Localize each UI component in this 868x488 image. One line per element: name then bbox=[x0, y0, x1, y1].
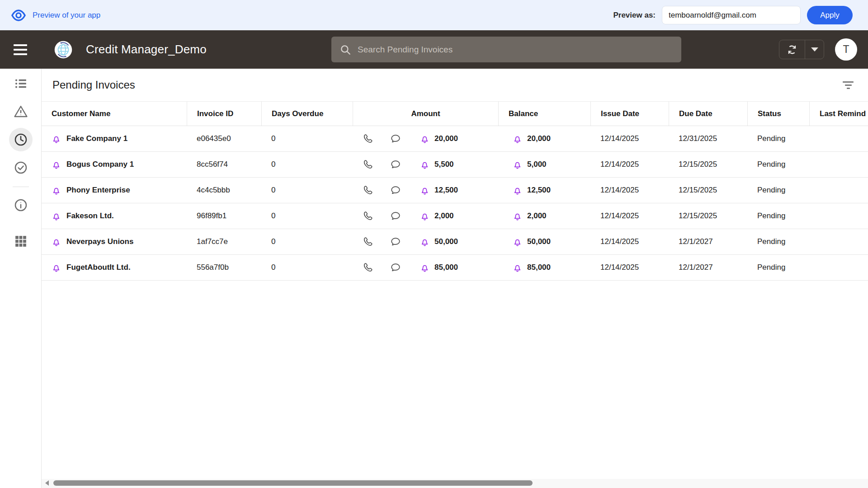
col-header-last-reminded[interactable]: Last Remind bbox=[809, 102, 868, 126]
bell-icon[interactable] bbox=[420, 263, 430, 273]
chat-icon[interactable] bbox=[390, 159, 401, 170]
phone-icon[interactable] bbox=[363, 133, 373, 144]
due-date: 12/15/2025 bbox=[669, 152, 747, 177]
bell-icon[interactable] bbox=[51, 185, 61, 196]
horizontal-scrollbar[interactable] bbox=[42, 479, 868, 488]
bell-icon[interactable] bbox=[420, 160, 430, 170]
bell-icon[interactable] bbox=[512, 134, 523, 144]
amount-cell: 5,500 bbox=[353, 152, 498, 177]
sidebar-item-apps[interactable] bbox=[9, 230, 33, 253]
info-circle-icon bbox=[14, 198, 28, 212]
table-header-row: Customer Name Invoice ID Days Overdue Am… bbox=[42, 101, 868, 126]
avatar[interactable]: T bbox=[835, 38, 857, 61]
status-value: Pending bbox=[747, 203, 809, 229]
search-bar[interactable] bbox=[331, 37, 681, 62]
table-row[interactable]: Fake Company 1 e06435e0 0 20,000 bbox=[42, 126, 868, 152]
phone-icon[interactable] bbox=[363, 262, 373, 273]
col-header-invoice-id[interactable]: Invoice ID bbox=[187, 102, 261, 126]
balance-value: 50,000 bbox=[527, 237, 551, 246]
bell-icon[interactable] bbox=[420, 211, 430, 221]
search-icon bbox=[340, 44, 351, 56]
col-header-days-overdue[interactable]: Days Overdue bbox=[261, 102, 353, 126]
bell-icon[interactable] bbox=[512, 263, 523, 273]
bell-icon[interactable] bbox=[51, 160, 61, 170]
phone-icon[interactable] bbox=[363, 185, 373, 196]
phone-icon[interactable] bbox=[363, 159, 373, 170]
chat-icon[interactable] bbox=[390, 211, 401, 221]
scrollbar-thumb[interactable] bbox=[53, 480, 533, 486]
col-header-amount[interactable]: Amount bbox=[353, 102, 498, 126]
table-row[interactable]: Bogus Company 1 8cc56f74 0 5,500 bbox=[42, 152, 868, 178]
customer-name: Fake Company 1 bbox=[66, 134, 127, 143]
chat-icon[interactable] bbox=[390, 262, 401, 273]
balance-cell: 12,500 bbox=[498, 178, 590, 203]
phone-icon[interactable] bbox=[363, 211, 373, 221]
table-row[interactable]: FugetAboutIt Ltd. 556a7f0b 0 85,000 bbox=[42, 255, 868, 281]
chat-icon[interactable] bbox=[390, 236, 401, 247]
main-content: Pending Invoices Customer Name Invoice I… bbox=[42, 69, 868, 488]
col-header-balance[interactable]: Balance bbox=[498, 102, 590, 126]
search-input[interactable] bbox=[358, 45, 673, 55]
sidebar-item-pending[interactable] bbox=[9, 128, 33, 151]
scroll-left-arrow-icon[interactable] bbox=[45, 480, 49, 486]
clock-icon bbox=[14, 132, 28, 147]
bell-icon[interactable] bbox=[51, 134, 61, 144]
preview-email-input[interactable] bbox=[662, 6, 801, 24]
days-overdue: 0 bbox=[261, 178, 353, 203]
customer-name: FugetAboutIt Ltd. bbox=[66, 263, 131, 272]
filter-icon[interactable] bbox=[840, 79, 856, 92]
bell-icon[interactable] bbox=[512, 211, 523, 221]
table-row[interactable]: Fakeson Ltd. 96f89fb1 0 2,000 bbox=[42, 203, 868, 229]
bell-icon[interactable] bbox=[512, 160, 523, 170]
apply-button[interactable]: Apply bbox=[807, 6, 853, 24]
customer-cell: Neverpays Unions bbox=[42, 229, 187, 254]
last-reminded-value bbox=[809, 178, 868, 203]
preview-bar: Preview of your app Preview as: Apply bbox=[0, 0, 868, 30]
bell-icon[interactable] bbox=[512, 237, 523, 247]
due-date: 12/1/2027 bbox=[669, 229, 747, 254]
preview-bar-title[interactable]: Preview of your app bbox=[33, 11, 100, 20]
days-overdue: 0 bbox=[261, 229, 353, 254]
menu-icon[interactable] bbox=[14, 44, 27, 55]
phone-icon[interactable] bbox=[363, 236, 373, 247]
bell-icon[interactable] bbox=[51, 237, 61, 247]
amount-value: 50,000 bbox=[434, 237, 458, 246]
bell-icon[interactable] bbox=[51, 263, 61, 273]
invoice-id: e06435e0 bbox=[187, 126, 261, 151]
preview-as-label: Preview as: bbox=[613, 11, 656, 20]
customer-cell: FugetAboutIt Ltd. bbox=[42, 255, 187, 280]
balance-cell: 2,000 bbox=[498, 203, 590, 229]
sync-dropdown-button[interactable] bbox=[805, 40, 824, 59]
bell-icon[interactable] bbox=[420, 134, 430, 144]
bell-icon[interactable] bbox=[512, 185, 523, 196]
globe-logo-icon bbox=[53, 40, 73, 60]
col-header-status[interactable]: Status bbox=[747, 102, 809, 126]
bell-icon[interactable] bbox=[420, 237, 430, 247]
status-value: Pending bbox=[747, 229, 809, 254]
grid-icon bbox=[14, 235, 28, 248]
sidebar-divider bbox=[13, 187, 29, 187]
col-header-due-date[interactable]: Due Date bbox=[669, 102, 747, 126]
bell-icon[interactable] bbox=[51, 211, 61, 221]
sidebar-item-completed[interactable] bbox=[9, 156, 33, 179]
col-header-customer-name[interactable]: Customer Name bbox=[42, 102, 187, 126]
warning-triangle-icon bbox=[14, 104, 28, 119]
last-reminded-value bbox=[809, 203, 868, 229]
bell-icon[interactable] bbox=[420, 185, 430, 196]
table-row[interactable]: Phony Enterprise 4c4c5bbb 0 12,500 bbox=[42, 178, 868, 203]
chat-icon[interactable] bbox=[390, 185, 401, 196]
balance-cell: 50,000 bbox=[498, 229, 590, 254]
sidebar-item-info[interactable] bbox=[9, 193, 33, 217]
table-row[interactable]: Neverpays Unions 1af7cc7e 0 50,000 bbox=[42, 229, 868, 255]
due-date: 12/31/2025 bbox=[669, 126, 747, 151]
chat-icon[interactable] bbox=[390, 133, 401, 144]
refresh-icon[interactable] bbox=[779, 40, 805, 59]
chevron-down-icon bbox=[811, 47, 818, 52]
table-body: Fake Company 1 e06435e0 0 20,000 bbox=[42, 126, 868, 281]
sidebar-item-alerts[interactable] bbox=[9, 100, 33, 123]
issue-date: 12/14/2025 bbox=[590, 126, 669, 151]
last-reminded-value bbox=[809, 126, 868, 151]
col-header-issue-date[interactable]: Issue Date bbox=[590, 102, 669, 126]
sidebar-item-list[interactable] bbox=[9, 72, 33, 95]
days-overdue: 0 bbox=[261, 203, 353, 229]
